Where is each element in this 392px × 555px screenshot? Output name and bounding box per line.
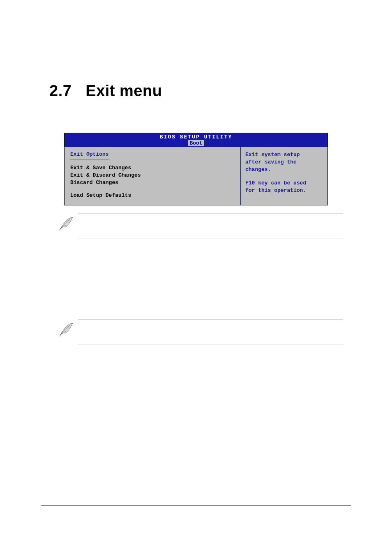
section-number: 2.7 (49, 82, 71, 99)
exit-option-item: Discard Changes (70, 179, 235, 187)
section-heading: 2.7Exit menu (49, 82, 343, 100)
bios-help-pane: Exit system setup after saving the chang… (241, 147, 327, 205)
bios-title: BIOS SETUP UTILITY (65, 133, 327, 140)
feather-icon (58, 214, 78, 234)
help-text: F10 key can be used (245, 180, 323, 187)
section-title-text: Exit menu (85, 82, 162, 99)
exit-option-item: Exit & Discard Changes (70, 172, 235, 179)
feather-icon (58, 320, 78, 340)
bios-tab-row: Boot (65, 140, 327, 147)
help-text: after saving the (245, 159, 323, 166)
help-text: Exit system setup (245, 151, 323, 159)
note-block (58, 214, 343, 239)
note-text-area (78, 320, 343, 345)
exit-option-item: Exit & Save Changes (70, 164, 235, 172)
bios-active-tab: Boot (188, 140, 204, 146)
note-block (58, 320, 343, 345)
bios-left-pane: Exit Options Exit & Save Changes Exit & … (65, 147, 241, 205)
bios-screenshot: BIOS SETUP UTILITY Boot Exit Options Exi… (64, 133, 328, 205)
exit-options-heading: Exit Options (70, 151, 109, 159)
note-text-area (78, 214, 343, 239)
help-text: changes. (245, 166, 323, 173)
exit-option-item: Load Setup Defaults (70, 192, 235, 199)
help-text: for this operation. (245, 187, 323, 194)
